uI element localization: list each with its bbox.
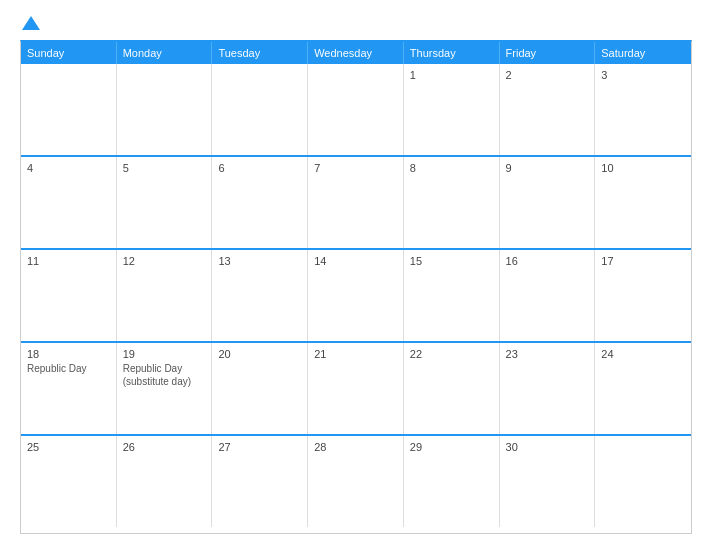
col-saturday: Saturday bbox=[595, 42, 691, 64]
day-number: 27 bbox=[218, 441, 301, 453]
day-number: 30 bbox=[506, 441, 589, 453]
cal-cell-0-0 bbox=[21, 64, 117, 155]
col-tuesday: Tuesday bbox=[212, 42, 308, 64]
cal-cell-3-0: 18Republic Day bbox=[21, 343, 117, 434]
cal-cell-4-0: 25 bbox=[21, 436, 117, 527]
cal-cell-1-6: 10 bbox=[595, 157, 691, 248]
cal-cell-3-4: 22 bbox=[404, 343, 500, 434]
cal-cell-1-3: 7 bbox=[308, 157, 404, 248]
day-number: 14 bbox=[314, 255, 397, 267]
day-number: 18 bbox=[27, 348, 110, 360]
logo bbox=[20, 16, 40, 30]
day-number: 9 bbox=[506, 162, 589, 174]
cal-cell-3-1: 19Republic Day (substitute day) bbox=[117, 343, 213, 434]
cal-cell-4-1: 26 bbox=[117, 436, 213, 527]
cal-cell-2-6: 17 bbox=[595, 250, 691, 341]
cal-cell-0-3 bbox=[308, 64, 404, 155]
cal-cell-2-2: 13 bbox=[212, 250, 308, 341]
cal-cell-4-5: 30 bbox=[500, 436, 596, 527]
day-number: 28 bbox=[314, 441, 397, 453]
day-number: 12 bbox=[123, 255, 206, 267]
day-number: 23 bbox=[506, 348, 589, 360]
col-friday: Friday bbox=[500, 42, 596, 64]
day-number: 11 bbox=[27, 255, 110, 267]
cal-cell-1-4: 8 bbox=[404, 157, 500, 248]
day-number: 20 bbox=[218, 348, 301, 360]
calendar-page: Sunday Monday Tuesday Wednesday Thursday… bbox=[0, 0, 712, 550]
cal-cell-1-5: 9 bbox=[500, 157, 596, 248]
day-number: 29 bbox=[410, 441, 493, 453]
calendar-header-row: Sunday Monday Tuesday Wednesday Thursday… bbox=[21, 42, 691, 64]
holiday-label: Republic Day (substitute day) bbox=[123, 362, 206, 388]
day-number: 21 bbox=[314, 348, 397, 360]
cal-cell-4-6 bbox=[595, 436, 691, 527]
cal-cell-1-2: 6 bbox=[212, 157, 308, 248]
cal-cell-0-1 bbox=[117, 64, 213, 155]
cal-cell-0-4: 1 bbox=[404, 64, 500, 155]
col-thursday: Thursday bbox=[404, 42, 500, 64]
col-wednesday: Wednesday bbox=[308, 42, 404, 64]
cal-cell-0-6: 3 bbox=[595, 64, 691, 155]
day-number: 22 bbox=[410, 348, 493, 360]
day-number: 17 bbox=[601, 255, 685, 267]
week-row-3: 11121314151617 bbox=[21, 250, 691, 343]
week-row-1: 123 bbox=[21, 64, 691, 157]
cal-cell-4-2: 27 bbox=[212, 436, 308, 527]
day-number: 6 bbox=[218, 162, 301, 174]
cal-cell-3-3: 21 bbox=[308, 343, 404, 434]
day-number: 15 bbox=[410, 255, 493, 267]
week-row-5: 252627282930 bbox=[21, 436, 691, 527]
cal-cell-2-0: 11 bbox=[21, 250, 117, 341]
cal-cell-3-6: 24 bbox=[595, 343, 691, 434]
day-number: 26 bbox=[123, 441, 206, 453]
col-monday: Monday bbox=[117, 42, 213, 64]
day-number: 10 bbox=[601, 162, 685, 174]
day-number: 2 bbox=[506, 69, 589, 81]
cal-cell-3-2: 20 bbox=[212, 343, 308, 434]
cal-cell-4-3: 28 bbox=[308, 436, 404, 527]
cal-cell-1-0: 4 bbox=[21, 157, 117, 248]
col-sunday: Sunday bbox=[21, 42, 117, 64]
day-number: 24 bbox=[601, 348, 685, 360]
day-number: 25 bbox=[27, 441, 110, 453]
cal-cell-0-2 bbox=[212, 64, 308, 155]
week-row-2: 45678910 bbox=[21, 157, 691, 250]
day-number: 5 bbox=[123, 162, 206, 174]
cal-cell-2-3: 14 bbox=[308, 250, 404, 341]
logo-flag-icon bbox=[22, 16, 40, 30]
calendar-grid: Sunday Monday Tuesday Wednesday Thursday… bbox=[20, 40, 692, 534]
week-row-4: 18Republic Day19Republic Day (substitute… bbox=[21, 343, 691, 436]
day-number: 13 bbox=[218, 255, 301, 267]
day-number: 4 bbox=[27, 162, 110, 174]
cal-cell-3-5: 23 bbox=[500, 343, 596, 434]
day-number: 7 bbox=[314, 162, 397, 174]
day-number: 8 bbox=[410, 162, 493, 174]
cal-cell-2-4: 15 bbox=[404, 250, 500, 341]
svg-marker-0 bbox=[22, 16, 40, 30]
holiday-label: Republic Day bbox=[27, 362, 110, 375]
day-number: 3 bbox=[601, 69, 685, 81]
header bbox=[20, 16, 692, 30]
cal-cell-2-5: 16 bbox=[500, 250, 596, 341]
cal-cell-0-5: 2 bbox=[500, 64, 596, 155]
cal-cell-2-1: 12 bbox=[117, 250, 213, 341]
cal-cell-1-1: 5 bbox=[117, 157, 213, 248]
cal-cell-4-4: 29 bbox=[404, 436, 500, 527]
day-number: 19 bbox=[123, 348, 206, 360]
day-number: 16 bbox=[506, 255, 589, 267]
day-number: 1 bbox=[410, 69, 493, 81]
calendar-body: 123456789101112131415161718Republic Day1… bbox=[21, 64, 691, 527]
